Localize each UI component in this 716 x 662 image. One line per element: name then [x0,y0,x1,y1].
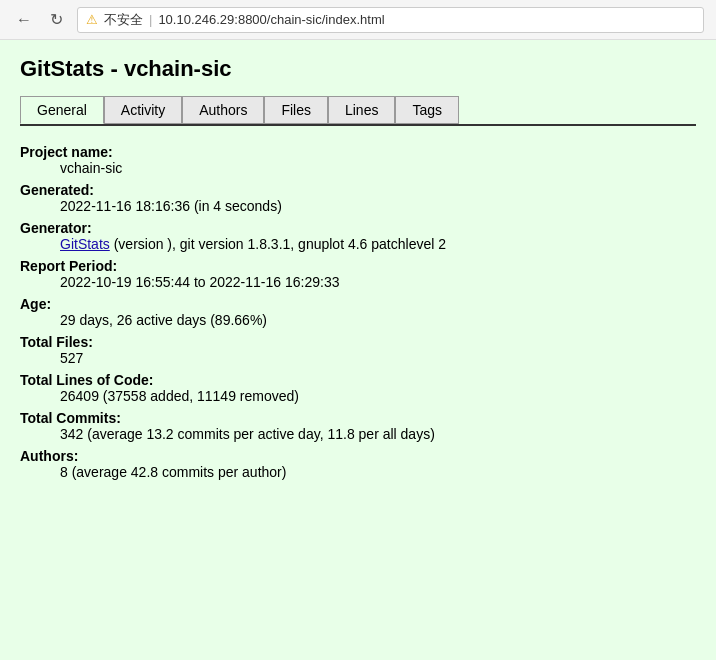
address-bar[interactable]: ⚠ 不安全 | 10.10.246.29:8800/chain-sic/inde… [77,7,704,33]
tab-tags[interactable]: Tags [395,96,459,124]
url-text: 10.10.246.29:8800/chain-sic/index.html [158,12,384,27]
separator: | [149,12,152,27]
warning-icon: ⚠ [86,12,98,27]
tab-files[interactable]: Files [264,96,328,124]
total-commits-value: 342 (average 13.2 commits per active day… [20,426,696,442]
page-content: GitStats - vchain-sic General Activity A… [0,40,716,660]
generator-row: Generator: GitStats (version ), git vers… [20,220,696,252]
total-files-value: 527 [20,350,696,366]
total-lines-row: Total Lines of Code: 26409 (37558 added,… [20,372,696,404]
generator-label: Generator: [20,220,696,236]
generated-label: Generated: [20,182,696,198]
authors-row: Authors: 8 (average 42.8 commits per aut… [20,448,696,480]
project-name-value: vchain-sic [20,160,696,176]
age-row: Age: 29 days, 26 active days (89.66%) [20,296,696,328]
total-files-label: Total Files: [20,334,696,350]
age-label: Age: [20,296,696,312]
generator-value: GitStats (version ), git version 1.8.3.1… [20,236,696,252]
report-period-row: Report Period: 2022-10-19 16:55:44 to 20… [20,258,696,290]
generator-text: (version ), git version 1.8.3.1, gnuplot… [110,236,446,252]
project-name-row: Project name: vchain-sic [20,144,696,176]
stats-table: Project name: vchain-sic Generated: 2022… [20,144,696,480]
tab-lines[interactable]: Lines [328,96,395,124]
tab-authors[interactable]: Authors [182,96,264,124]
project-name-label: Project name: [20,144,696,160]
page-title: GitStats - vchain-sic [20,56,696,82]
tabs-container: General Activity Authors Files Lines Tag… [20,96,696,126]
generated-value: 2022-11-16 18:16:36 (in 4 seconds) [20,198,696,214]
refresh-button[interactable]: ↻ [46,8,67,31]
authors-label: Authors: [20,448,696,464]
age-value: 29 days, 26 active days (89.66%) [20,312,696,328]
total-commits-label: Total Commits: [20,410,696,426]
gitstats-link[interactable]: GitStats [60,236,110,252]
back-button[interactable]: ← [12,9,36,31]
total-files-row: Total Files: 527 [20,334,696,366]
security-text: 不安全 [104,11,143,29]
total-commits-row: Total Commits: 342 (average 13.2 commits… [20,410,696,442]
authors-value: 8 (average 42.8 commits per author) [20,464,696,480]
tab-general[interactable]: General [20,96,104,124]
browser-bar: ← ↻ ⚠ 不安全 | 10.10.246.29:8800/chain-sic/… [0,0,716,40]
total-lines-label: Total Lines of Code: [20,372,696,388]
report-period-value: 2022-10-19 16:55:44 to 2022-11-16 16:29:… [20,274,696,290]
tab-activity[interactable]: Activity [104,96,182,124]
report-period-label: Report Period: [20,258,696,274]
generated-row: Generated: 2022-11-16 18:16:36 (in 4 sec… [20,182,696,214]
total-lines-value: 26409 (37558 added, 11149 removed) [20,388,696,404]
